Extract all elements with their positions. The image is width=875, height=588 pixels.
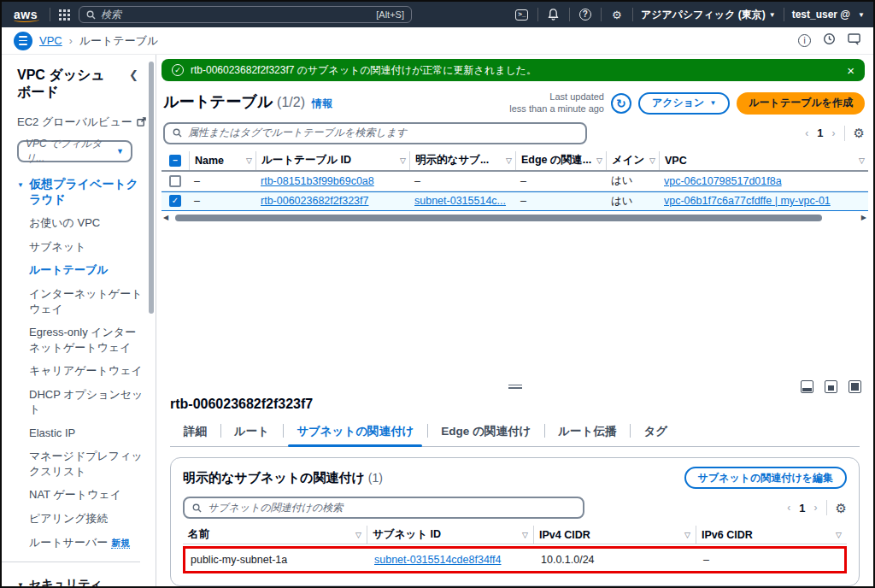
- sort-icon[interactable]: ▽: [859, 156, 865, 165]
- account-menu[interactable]: test_user @: [792, 9, 850, 21]
- pagination-prev[interactable]: ‹: [787, 502, 790, 514]
- subnet-associations-table: 名前▽ サブネット ID▽ IPv4 CIDR▽ IPv6 CIDR▽ publ…: [183, 526, 847, 573]
- sidebar-item-internet-gateways[interactable]: インターネットゲートウェイ: [17, 286, 156, 316]
- history-icon[interactable]: [823, 32, 836, 49]
- divider: [826, 500, 827, 515]
- sidebar-collapse-icon[interactable]: ❮: [129, 68, 138, 81]
- vpc-id-link[interactable]: vpc-06b1f7c6a77cfdffe | my-vpc-01: [664, 195, 831, 207]
- settings-gear-icon[interactable]: ⚙: [609, 7, 625, 22]
- info-link[interactable]: 情報: [312, 97, 332, 109]
- divider: [632, 8, 633, 21]
- aws-logo[interactable]: aws: [10, 8, 41, 21]
- tab-subnet-associations[interactable]: サブネットの関連付け: [283, 419, 427, 446]
- vpc-id-link[interactable]: vpc-06c10798517d01f8a: [664, 175, 782, 187]
- route-table-search-input[interactable]: 属性またはタグでルートテーブルを検索します: [163, 122, 587, 144]
- pagination-prev[interactable]: ‹: [805, 127, 808, 139]
- chevron-down-icon: ▼: [709, 99, 716, 107]
- sidebar-item-route-tables[interactable]: ルートテーブル: [17, 262, 156, 278]
- pagination-next[interactable]: ›: [832, 127, 836, 139]
- sidebar-item-subnets[interactable]: サブネット: [17, 239, 156, 255]
- split-drag-handle[interactable]: [508, 383, 522, 391]
- subnet-id-link[interactable]: subnet-0315514c...: [414, 195, 506, 207]
- table-settings-gear-icon[interactable]: ⚙: [836, 502, 847, 514]
- horizontal-scrollbar[interactable]: ◀ ▶: [163, 214, 866, 222]
- notifications-bell-icon[interactable]: [546, 7, 561, 22]
- vpc-filter-dropdown[interactable]: VPC でフィルタリ...▼: [17, 140, 132, 162]
- panel-position-side-icon[interactable]: [825, 380, 837, 393]
- create-route-table-button[interactable]: ルートテーブルを作成: [737, 92, 865, 115]
- split-panel-header: [156, 379, 873, 393]
- table-header-row: – Name▽ ルートテーブル ID▽ 明示的なサブ...▽ Edge の関連.…: [161, 151, 868, 172]
- services-grid-icon[interactable]: [59, 9, 70, 21]
- sidebar-item-route-server[interactable]: ルートサーバー新規: [17, 535, 156, 550]
- region-selector[interactable]: アジアパシフィック (東京)▼: [641, 8, 776, 22]
- table-row[interactable]: – rtb-08151b3f99b69c0a8 – – はい vpc-06c10…: [161, 172, 868, 191]
- sidebar-section-security[interactable]: ▼ セキュリティ: [17, 576, 156, 586]
- tab-tags[interactable]: タグ: [630, 419, 681, 446]
- subnet-association-search-input[interactable]: サブネットの関連付けの検索: [183, 497, 584, 519]
- detail-tabs: 詳細 ルート サブネットの関連付け Edge の関連付け ルート伝播 タグ: [170, 419, 860, 447]
- table-header-row: 名前▽ サブネット ID▽ IPv4 CIDR▽ IPv6 CIDR▽: [183, 526, 847, 544]
- info-icon[interactable]: i: [798, 34, 811, 47]
- table-settings-gear-icon[interactable]: ⚙: [854, 126, 865, 139]
- sidebar-item-peering-connections[interactable]: ピアリング接続: [17, 511, 156, 526]
- global-search-input[interactable]: 検索 [Alt+S]: [79, 6, 412, 23]
- sidebar-item-dhcp-option-sets[interactable]: DHCP オプションセット: [17, 387, 156, 417]
- actions-button[interactable]: アクション▼: [638, 92, 730, 115]
- row-checkbox[interactable]: ✓: [169, 195, 181, 207]
- assoc-count: (1): [368, 471, 383, 485]
- route-table-id-link[interactable]: rtb-08151b3f99b69c0a8: [261, 175, 374, 187]
- sidebar-item-your-vpcs[interactable]: お使いの VPC: [17, 215, 156, 231]
- sidebar-item-elastic-ip[interactable]: Elastic IP: [17, 426, 156, 441]
- panel-position-detached-icon[interactable]: [849, 380, 861, 393]
- tab-details[interactable]: 詳細: [170, 419, 220, 446]
- help-icon[interactable]: ?: [578, 7, 593, 22]
- sort-icon[interactable]: ▽: [649, 156, 655, 165]
- select-all-checkbox[interactable]: –: [169, 155, 181, 167]
- close-icon[interactable]: ×: [847, 63, 854, 78]
- sidebar-item-egress-only-igw[interactable]: Egress-only インターネットゲートウェイ: [17, 325, 156, 355]
- row-checkbox[interactable]: [169, 175, 181, 187]
- panel-position-bottom-icon[interactable]: [801, 380, 813, 393]
- tab-edge-associations[interactable]: Edge の関連付け: [427, 419, 544, 446]
- breadcrumb-vpc-link[interactable]: VPC: [39, 34, 62, 47]
- chevron-down-icon: ▼: [769, 11, 776, 19]
- sidebar-item-nat-gateways[interactable]: NAT ゲートウェイ: [17, 487, 156, 503]
- subnet-id-link[interactable]: subnet-0315514cde8f34ff4: [374, 554, 502, 566]
- hamburger-menu-icon[interactable]: [14, 32, 32, 50]
- ipv4-cidr: 10.0.1.0/24: [536, 554, 698, 566]
- breadcrumb-separator: ›: [69, 35, 73, 47]
- sort-icon[interactable]: ▽: [506, 156, 512, 165]
- sidebar-section-virtual-private-cloud[interactable]: ▼ 仮想プライベートクラウド: [17, 176, 156, 207]
- pagination-page[interactable]: 1: [817, 126, 823, 139]
- sort-icon[interactable]: ▽: [836, 531, 842, 539]
- sort-icon[interactable]: ▽: [246, 156, 252, 165]
- scrollbar-thumb[interactable]: [175, 215, 822, 221]
- sort-icon[interactable]: ▽: [522, 531, 528, 539]
- pagination-page[interactable]: 1: [799, 502, 805, 514]
- sort-icon[interactable]: ▽: [355, 531, 361, 539]
- sidebar-item-managed-prefix-lists[interactable]: マネージドプレフィックスリスト: [17, 449, 156, 479]
- scroll-right-icon[interactable]: ▶: [861, 214, 866, 221]
- refresh-button[interactable]: ↻: [611, 93, 631, 114]
- sidebar-scrollbar[interactable]: [149, 62, 154, 314]
- sidebar-item-carrier-gateways[interactable]: キャリアゲートウェイ: [17, 363, 156, 379]
- account-menu-caret[interactable]: ▼: [858, 11, 865, 19]
- route-table-id-link[interactable]: rtb-006023682f2f323f7: [261, 195, 369, 207]
- scroll-left-icon[interactable]: ◀: [163, 214, 168, 221]
- table-row[interactable]: public-my-subnet-1a subnet-0315514cde8f3…: [185, 549, 844, 571]
- sort-icon[interactable]: ▽: [400, 156, 406, 165]
- pagination-next[interactable]: ›: [814, 502, 818, 514]
- tab-routes[interactable]: ルート: [220, 419, 283, 446]
- sort-icon[interactable]: ▽: [596, 156, 602, 165]
- card-title: 明示的なサブネットの関連付け(1): [183, 470, 383, 486]
- search-placeholder: 検索: [101, 8, 371, 22]
- chevron-down-icon: ▼: [17, 181, 24, 190]
- edit-subnet-associations-button[interactable]: サブネットの関連付けを編集: [684, 467, 847, 489]
- cloudshell-icon[interactable]: >_: [514, 7, 530, 22]
- sort-icon[interactable]: ▽: [684, 531, 690, 539]
- feedback-monitor-icon[interactable]: [848, 33, 861, 49]
- table-row-selected[interactable]: ✓ – rtb-006023682f2f323f7 subnet-0315514…: [161, 191, 868, 211]
- tab-route-propagation[interactable]: ルート伝播: [544, 419, 630, 446]
- sidebar-item-ec2-global-view[interactable]: EC2 グローバルビュー: [17, 115, 156, 130]
